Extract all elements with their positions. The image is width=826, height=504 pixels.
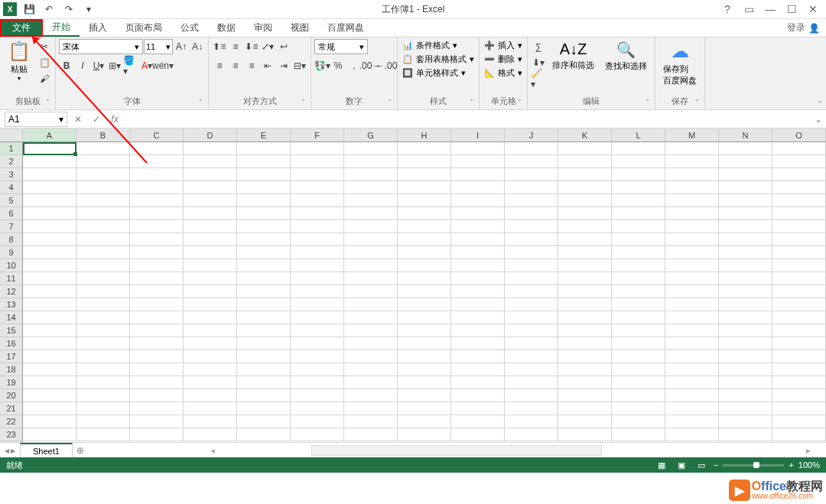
table-cell[interactable]: [344, 415, 398, 428]
col-header-G[interactable]: G: [344, 128, 398, 141]
table-cell[interactable]: [558, 402, 612, 415]
table-cell[interactable]: [344, 259, 398, 272]
table-cell[interactable]: [291, 181, 344, 194]
table-cell[interactable]: [772, 363, 826, 376]
table-cell[interactable]: [184, 311, 237, 324]
table-cell[interactable]: [344, 402, 398, 415]
table-cell[interactable]: [665, 155, 719, 168]
table-cell[interactable]: [344, 285, 398, 298]
table-cell[interactable]: [505, 168, 558, 181]
normal-view-icon[interactable]: ▦: [654, 459, 669, 471]
table-cell[interactable]: [237, 415, 291, 428]
table-cell[interactable]: [772, 168, 826, 181]
table-cell[interactable]: [772, 415, 826, 428]
table-cell[interactable]: [237, 220, 291, 233]
table-cell[interactable]: [184, 415, 237, 428]
table-cell[interactable]: [719, 402, 772, 415]
table-cell[interactable]: [344, 324, 398, 337]
table-cell[interactable]: [237, 155, 291, 168]
paste-button[interactable]: 📋 粘贴 ▾: [3, 39, 35, 83]
bold-button[interactable]: B: [59, 58, 74, 73]
table-cell[interactable]: [719, 298, 772, 311]
row-header-21[interactable]: 21: [0, 402, 22, 415]
table-cell[interactable]: [772, 181, 826, 194]
table-cell[interactable]: [130, 233, 184, 246]
format-cells-button[interactable]: 📐格式▾: [483, 67, 524, 80]
table-cell[interactable]: [505, 233, 558, 246]
table-cell[interactable]: [398, 298, 451, 311]
decrease-indent-icon[interactable]: ⇤: [260, 58, 275, 73]
table-cell[interactable]: [772, 337, 826, 350]
table-cell[interactable]: [612, 285, 665, 298]
table-cell[interactable]: [612, 233, 665, 246]
table-cell[interactable]: [130, 181, 184, 194]
horizontal-scrollbar[interactable]: [311, 445, 602, 456]
table-cell[interactable]: [451, 363, 505, 376]
row-header-20[interactable]: 20: [0, 389, 22, 402]
table-cell[interactable]: [772, 207, 826, 220]
table-cell[interactable]: [665, 298, 719, 311]
cell-styles-button[interactable]: 🔲单元格样式▾: [401, 67, 467, 80]
table-cell[interactable]: [398, 220, 451, 233]
table-cell[interactable]: [719, 376, 772, 389]
table-cell[interactable]: [665, 337, 719, 350]
table-cell[interactable]: [130, 428, 184, 441]
pagelayout-view-icon[interactable]: ▣: [674, 459, 689, 471]
table-cell[interactable]: [130, 142, 184, 155]
table-cell[interactable]: [558, 246, 612, 259]
table-cell[interactable]: [558, 272, 612, 285]
table-cell[interactable]: [23, 285, 76, 298]
table-cell[interactable]: [612, 142, 665, 155]
font-size-combo[interactable]: 11▾: [144, 39, 173, 54]
table-cell[interactable]: [558, 350, 612, 363]
table-cell[interactable]: [558, 285, 612, 298]
decrease-font-icon[interactable]: A↓: [190, 39, 205, 54]
table-cell[interactable]: [23, 389, 76, 402]
table-cell[interactable]: [130, 194, 184, 207]
table-cell[interactable]: [237, 259, 291, 272]
table-cell[interactable]: [291, 402, 344, 415]
col-header-A[interactable]: A: [23, 128, 76, 141]
table-cell[interactable]: [398, 259, 451, 272]
table-cell[interactable]: [291, 207, 344, 220]
table-cell[interactable]: [398, 376, 451, 389]
table-cell[interactable]: [291, 389, 344, 402]
table-cell[interactable]: [398, 194, 451, 207]
tab-formulas[interactable]: 公式: [171, 19, 208, 37]
table-cell[interactable]: [291, 337, 344, 350]
table-cell[interactable]: [344, 363, 398, 376]
col-header-F[interactable]: F: [291, 128, 344, 141]
table-cell[interactable]: [665, 415, 719, 428]
table-cell[interactable]: [76, 181, 130, 194]
wrap-text-button[interactable]: ↩: [276, 39, 291, 54]
col-header-N[interactable]: N: [719, 128, 772, 141]
table-cell[interactable]: [237, 428, 291, 441]
align-bottom-icon[interactable]: ⬇≡: [244, 39, 259, 54]
table-cell[interactable]: [558, 324, 612, 337]
table-cell[interactable]: [665, 181, 719, 194]
table-cell[interactable]: [237, 337, 291, 350]
table-cell[interactable]: [344, 298, 398, 311]
table-cell[interactable]: [398, 207, 451, 220]
table-cell[interactable]: [23, 142, 76, 155]
table-cell[interactable]: [76, 363, 130, 376]
table-cell[interactable]: [130, 311, 184, 324]
table-cell[interactable]: [76, 298, 130, 311]
table-cell[interactable]: [184, 168, 237, 181]
align-right-icon[interactable]: ≡: [244, 58, 259, 73]
table-cell[interactable]: [184, 142, 237, 155]
table-cell[interactable]: [398, 246, 451, 259]
ribbon-options-icon[interactable]: ▭: [739, 2, 759, 17]
table-cell[interactable]: [130, 259, 184, 272]
table-cell[interactable]: [505, 415, 558, 428]
table-cell[interactable]: [665, 363, 719, 376]
table-cell[interactable]: [237, 142, 291, 155]
table-cell[interactable]: [451, 350, 505, 363]
tab-file[interactable]: 文件: [0, 19, 43, 37]
formula-input[interactable]: [124, 112, 811, 127]
clear-button[interactable]: 🧹▾: [531, 71, 546, 86]
table-cell[interactable]: [665, 142, 719, 155]
undo-icon[interactable]: ↶: [41, 2, 57, 17]
table-cell[interactable]: [130, 272, 184, 285]
table-cell[interactable]: [184, 428, 237, 441]
